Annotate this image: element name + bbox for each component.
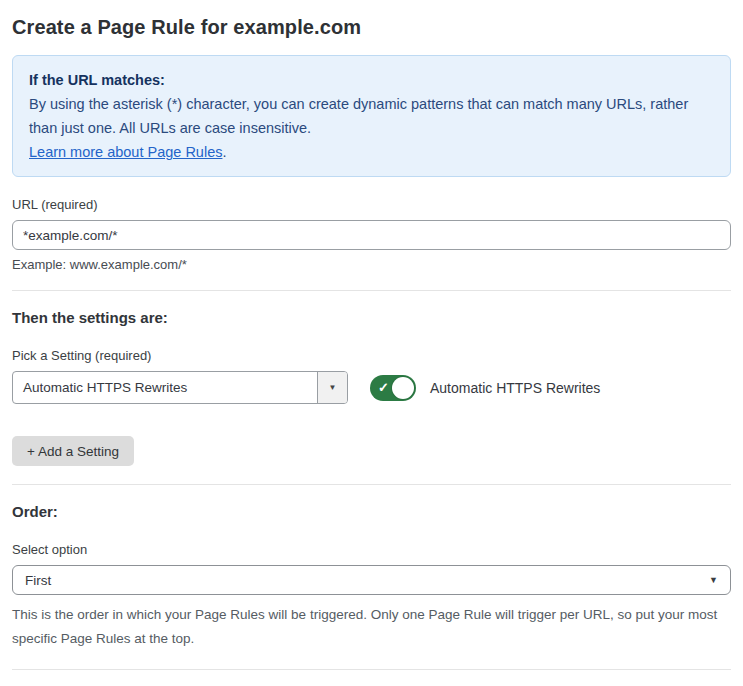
select-arrow-icon: ▼ [709, 575, 718, 585]
automatic-https-rewrites-toggle[interactable]: ✓ [370, 375, 416, 401]
toggle-label: Automatic HTTPS Rewrites [430, 380, 600, 396]
order-section-heading: Order: [12, 503, 731, 520]
order-select[interactable]: First ▼ [12, 565, 731, 595]
setting-dropdown[interactable]: Automatic HTTPS Rewrites ▼ [12, 371, 348, 404]
setting-dropdown-value: Automatic HTTPS Rewrites [13, 372, 317, 403]
toggle-check-icon: ✓ [378, 381, 389, 394]
info-box-body: By using the asterisk (*) character, you… [29, 92, 714, 140]
create-page-rule-panel: Create a Page Rule for example.com If th… [0, 0, 743, 686]
page-title: Create a Page Rule for example.com [12, 16, 731, 39]
setting-row: Automatic HTTPS Rewrites ▼ ✓ Automatic H… [12, 371, 731, 404]
url-field-label: URL (required) [12, 197, 731, 212]
url-matches-info-box: If the URL matches: By using the asteris… [12, 55, 731, 177]
order-select-value: First [25, 573, 51, 588]
info-box-link-line: Learn more about Page Rules. [29, 140, 714, 164]
toggle-knob [392, 377, 414, 399]
url-helper-text: Example: www.example.com/* [12, 257, 731, 272]
url-input[interactable] [12, 220, 731, 250]
divider [12, 669, 731, 670]
settings-section-heading: Then the settings are: [12, 309, 731, 326]
info-box-heading: If the URL matches: [29, 68, 714, 92]
divider [12, 484, 731, 485]
link-suffix: . [222, 144, 226, 160]
divider [12, 290, 731, 291]
add-setting-button[interactable]: + Add a Setting [12, 436, 134, 466]
learn-more-link[interactable]: Learn more about Page Rules [29, 144, 222, 160]
pick-setting-label: Pick a Setting (required) [12, 348, 731, 363]
chevron-down-icon[interactable]: ▼ [317, 372, 347, 403]
order-select-label: Select option [12, 542, 731, 557]
order-helper-text: This is the order in which your Page Rul… [12, 603, 731, 651]
setting-toggle-group: ✓ Automatic HTTPS Rewrites [370, 375, 600, 401]
